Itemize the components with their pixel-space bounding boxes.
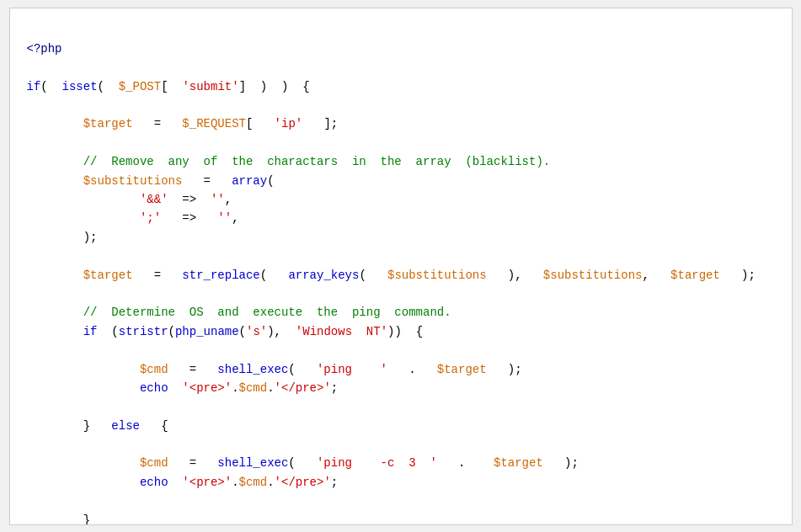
- comment-remove: // Remove any of the charactars in the a…: [27, 155, 551, 168]
- echo-pre-win: echo '<pre>'.$cmd.'</pre>';: [27, 381, 339, 395]
- code-editor: <?php if( isset( $_POST[ 'submit'] ) ) {…: [9, 8, 793, 525]
- target-str-replace: $target = str_replace( array_keys( $subs…: [27, 269, 756, 282]
- amp-entry: '&&' => '',: [27, 193, 232, 206]
- if-keyword: if( isset( $_POST[ 'submit'] ) ) {: [27, 80, 310, 93]
- cmd-ping-linux: $cmd = shell_exec( 'ping -c 3 ' . $targe…: [27, 456, 579, 470]
- target-assign: $target = $_REQUEST[ 'ip' ];: [27, 117, 339, 130]
- cmd-ping-win: $cmd = shell_exec( 'ping ' . $target );: [27, 363, 522, 376]
- close-array: );: [27, 231, 98, 244]
- comment-determine: // Determine OS and execute the ping com…: [27, 306, 451, 319]
- php-open-tag: <?php: [27, 42, 62, 56]
- close-inner-brace: }: [27, 513, 91, 525]
- substitutions-assign: $substitutions = array(: [27, 174, 275, 188]
- semi-entry: ';' => '',: [27, 211, 239, 225]
- echo-pre-linux: echo '<pre>'.$cmd.'</pre>';: [27, 476, 339, 489]
- if-stristr: if (stristr(php_uname('s'), 'Windows NT'…: [27, 325, 424, 338]
- else-block: } else {: [27, 419, 168, 433]
- code-content: <?php if( isset( $_POST[ 'submit'] ) ) {…: [27, 21, 775, 525]
